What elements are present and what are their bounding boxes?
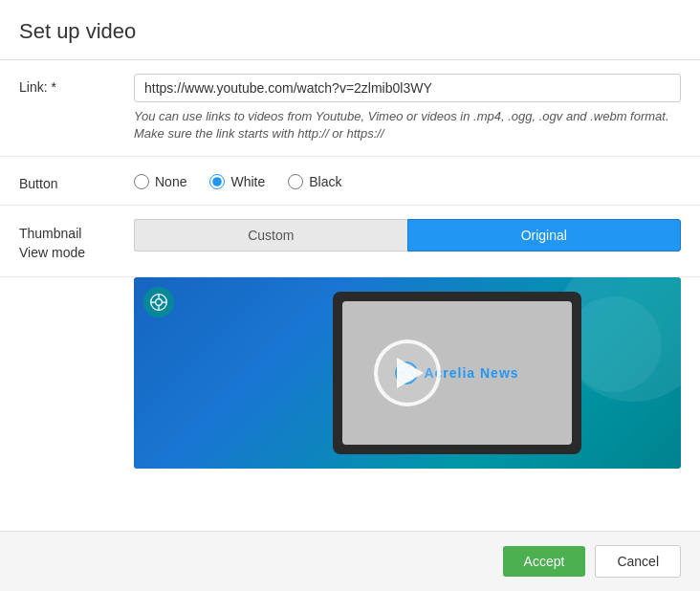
accept-button[interactable]: Accept	[503, 546, 586, 577]
video-preview: Acrelia News	[134, 277, 681, 469]
thumbnail-label: ThumbnailView mode	[19, 219, 134, 262]
thumbnail-row: ThumbnailView mode Custom Original	[0, 206, 700, 276]
brand-icon	[143, 287, 174, 317]
radio-white[interactable]: White	[209, 174, 265, 189]
brand-svg	[149, 293, 168, 312]
dialog-footer: Accept Cancel	[0, 531, 700, 591]
radio-none[interactable]: None	[134, 174, 186, 189]
radio-group: None White Black	[134, 170, 681, 189]
radio-none-label: None	[155, 174, 186, 189]
play-button[interactable]	[374, 339, 441, 406]
setup-video-dialog: Set up video Link: * You can use links t…	[0, 0, 700, 591]
original-button[interactable]: Original	[407, 219, 682, 252]
button-options: None White Black	[134, 170, 681, 189]
dialog-header: Set up video	[0, 0, 700, 60]
thumbnail-buttons: Custom Original	[134, 219, 681, 252]
link-content: You can use links to videos from Youtube…	[134, 74, 681, 142]
video-preview-inner: Acrelia News	[134, 277, 681, 469]
custom-button[interactable]: Custom	[134, 219, 407, 252]
dialog-body: Link: * You can use links to videos from…	[0, 60, 700, 531]
button-label: Button	[19, 170, 134, 191]
link-row: Link: * You can use links to videos from…	[0, 60, 700, 157]
dialog-title: Set up video	[19, 19, 681, 44]
radio-black-input[interactable]	[288, 174, 303, 189]
laptop-frame: Acrelia News	[333, 292, 581, 454]
button-row: Button None White Black	[0, 157, 700, 206]
radio-black-label: Black	[309, 174, 341, 189]
link-hint: You can use links to videos from Youtube…	[134, 108, 681, 142]
play-triangle-icon	[397, 358, 424, 388]
link-input[interactable]	[134, 74, 681, 102]
radio-none-input[interactable]	[134, 174, 149, 189]
link-label: Link: *	[19, 74, 134, 95]
radio-black[interactable]: Black	[288, 174, 341, 189]
svg-point-1	[156, 298, 163, 305]
cancel-button[interactable]: Cancel	[595, 545, 681, 578]
radio-white-label: White	[230, 174, 265, 189]
radio-white-input[interactable]	[209, 174, 225, 189]
video-preview-row: Acrelia News	[0, 277, 700, 469]
